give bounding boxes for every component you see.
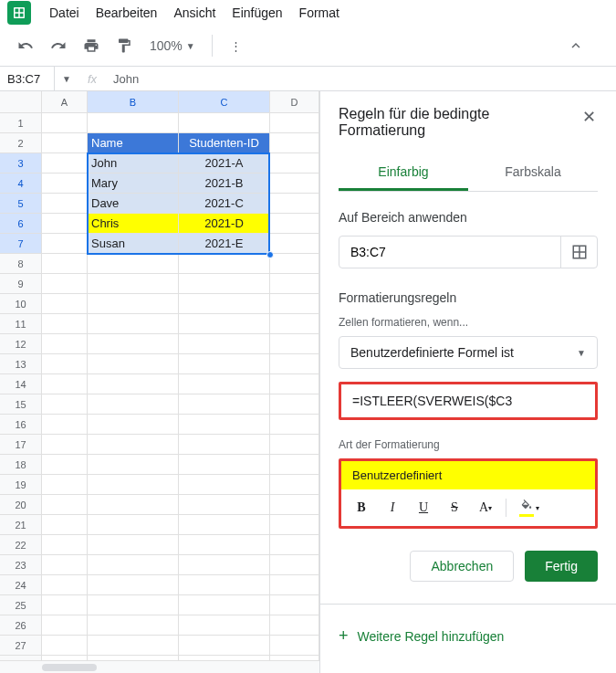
cell[interactable]: 2021-E	[179, 234, 270, 254]
cell[interactable]	[270, 415, 319, 435]
row-header[interactable]: 3	[0, 153, 42, 174]
row-header[interactable]: 19	[0, 475, 42, 495]
col-header-B[interactable]: B	[88, 91, 179, 112]
row-header[interactable]: 6	[0, 214, 42, 234]
menu-view[interactable]: Ansicht	[166, 2, 223, 24]
row-header[interactable]: 21	[0, 515, 42, 535]
cell[interactable]	[42, 314, 88, 334]
cell[interactable]	[270, 595, 319, 615]
cell[interactable]	[88, 615, 179, 636]
cell[interactable]	[88, 475, 179, 495]
cell[interactable]	[270, 334, 319, 354]
cell[interactable]	[270, 535, 319, 555]
cell[interactable]	[270, 495, 319, 515]
cell[interactable]	[88, 374, 179, 394]
cell[interactable]	[42, 575, 88, 595]
cell[interactable]	[270, 133, 319, 153]
formula-input[interactable]: John	[106, 72, 616, 86]
cell[interactable]	[270, 153, 319, 174]
row-header[interactable]: 1	[0, 113, 42, 133]
done-button[interactable]: Fertig	[525, 551, 598, 582]
bold-button[interactable]: B	[350, 497, 372, 519]
cell[interactable]	[179, 636, 270, 656]
row-header[interactable]: 8	[0, 254, 42, 274]
cell[interactable]	[179, 615, 270, 636]
row-header[interactable]: 17	[0, 435, 42, 455]
cell[interactable]	[42, 615, 88, 636]
cell[interactable]: Dave	[88, 194, 179, 214]
cell[interactable]	[42, 334, 88, 354]
cell[interactable]	[270, 234, 319, 254]
row-header[interactable]: 4	[0, 174, 42, 194]
tab-color-scale[interactable]: Farbskala	[468, 155, 598, 191]
cell[interactable]	[179, 515, 270, 535]
cell[interactable]	[179, 394, 270, 415]
cell[interactable]	[88, 274, 179, 294]
cell[interactable]	[42, 274, 88, 294]
cell[interactable]	[179, 535, 270, 555]
cell[interactable]	[179, 274, 270, 294]
cell[interactable]	[88, 495, 179, 515]
cell[interactable]	[270, 294, 319, 314]
selection-handle[interactable]	[266, 251, 274, 258]
cell[interactable]	[270, 475, 319, 495]
cell[interactable]	[88, 354, 179, 374]
cell[interactable]	[179, 334, 270, 354]
col-header-C[interactable]: C	[179, 91, 270, 112]
cell[interactable]	[42, 394, 88, 415]
cell[interactable]	[270, 515, 319, 535]
cell[interactable]	[42, 415, 88, 435]
fill-color-button[interactable]: ▾	[516, 497, 538, 519]
cell[interactable]	[88, 575, 179, 595]
condition-dropdown[interactable]: Benutzerdefinierte Formel ist ▼	[339, 336, 598, 369]
cell[interactable]	[42, 595, 88, 615]
col-header-A[interactable]: A	[42, 91, 88, 112]
cell[interactable]	[88, 535, 179, 555]
cell[interactable]	[42, 455, 88, 475]
cell[interactable]: 2021-A	[179, 153, 270, 174]
cell[interactable]: 2021-C	[179, 194, 270, 214]
cell[interactable]	[179, 374, 270, 394]
cell[interactable]	[270, 214, 319, 234]
cell[interactable]	[42, 214, 88, 234]
cell[interactable]: Name	[88, 133, 179, 153]
cell[interactable]	[88, 595, 179, 615]
cell[interactable]	[270, 555, 319, 575]
cell[interactable]	[179, 595, 270, 615]
name-box-dropdown[interactable]: ▼	[55, 74, 78, 84]
cell[interactable]	[270, 354, 319, 374]
name-box[interactable]: B3:C7	[0, 67, 55, 90]
cell[interactable]	[270, 455, 319, 475]
sheets-app-icon[interactable]	[7, 1, 31, 25]
cell[interactable]	[270, 435, 319, 455]
cell[interactable]	[270, 113, 319, 133]
menu-format[interactable]: Format	[292, 2, 347, 24]
cell[interactable]	[179, 294, 270, 314]
select-range-button[interactable]	[560, 237, 597, 268]
menu-insert[interactable]: Einfügen	[224, 2, 289, 24]
row-header[interactable]: 16	[0, 415, 42, 435]
cell[interactable]	[270, 575, 319, 595]
cell[interactable]	[88, 415, 179, 435]
cell[interactable]	[179, 475, 270, 495]
spreadsheet-grid[interactable]: A B C D 12NameStudenten-ID3John2021-A4Ma…	[0, 91, 319, 673]
cell[interactable]	[42, 153, 88, 174]
cell[interactable]	[42, 113, 88, 133]
horizontal-scrollbar[interactable]	[0, 660, 319, 673]
menu-file[interactable]: Datei	[42, 2, 87, 24]
add-rule-button[interactable]: + Weitere Regel hinzufügen	[339, 623, 598, 649]
cell[interactable]	[42, 636, 88, 656]
row-header[interactable]: 20	[0, 495, 42, 515]
cell[interactable]	[88, 636, 179, 656]
cell[interactable]	[179, 495, 270, 515]
cell[interactable]	[42, 555, 88, 575]
cell[interactable]	[179, 455, 270, 475]
cell[interactable]	[42, 294, 88, 314]
cell[interactable]	[42, 535, 88, 555]
redo-button[interactable]	[44, 31, 73, 60]
cell[interactable]	[88, 334, 179, 354]
cell[interactable]	[270, 174, 319, 194]
row-header[interactable]: 10	[0, 294, 42, 314]
row-header[interactable]: 14	[0, 374, 42, 394]
close-button[interactable]: ✕	[576, 104, 601, 130]
